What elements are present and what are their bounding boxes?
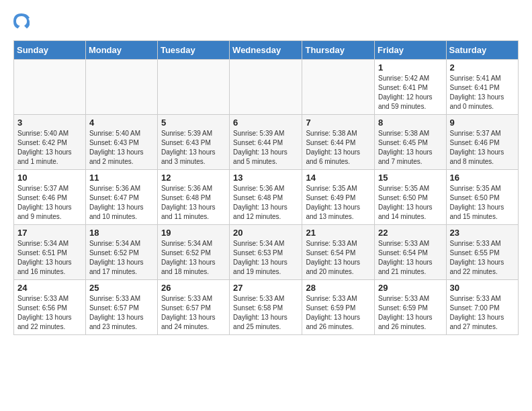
day-number: 18 — [89, 228, 154, 238]
calendar-cell — [157, 60, 229, 115]
day-info: Sunrise: 5:39 AM Sunset: 6:43 PM Dayligh… — [161, 129, 226, 167]
day-number: 9 — [450, 118, 515, 128]
week-row-1: 1Sunrise: 5:42 AM Sunset: 6:41 PM Daylig… — [14, 60, 519, 115]
day-info: Sunrise: 5:37 AM Sunset: 6:46 PM Dayligh… — [17, 184, 82, 222]
day-info: Sunrise: 5:33 AM Sunset: 6:59 PM Dayligh… — [378, 294, 443, 332]
calendar-cell: 4Sunrise: 5:40 AM Sunset: 6:43 PM Daylig… — [85, 115, 157, 170]
day-number: 14 — [306, 173, 371, 183]
calendar-body: 1Sunrise: 5:42 AM Sunset: 6:41 PM Daylig… — [14, 60, 519, 335]
calendar-cell: 26Sunrise: 5:33 AM Sunset: 6:57 PM Dayli… — [157, 280, 229, 335]
day-number: 24 — [17, 283, 82, 293]
weekday-header-saturday: Saturday — [446, 41, 518, 60]
calendar-cell: 17Sunrise: 5:34 AM Sunset: 6:51 PM Dayli… — [14, 225, 86, 280]
day-number: 2 — [450, 62, 515, 73]
calendar-cell — [230, 60, 302, 115]
calendar-cell: 15Sunrise: 5:35 AM Sunset: 6:50 PM Dayli… — [375, 170, 447, 225]
day-number: 20 — [233, 228, 298, 238]
day-number: 15 — [378, 173, 443, 183]
calendar-cell: 6Sunrise: 5:39 AM Sunset: 6:44 PM Daylig… — [230, 115, 302, 170]
day-number: 11 — [89, 173, 154, 183]
day-info: Sunrise: 5:36 AM Sunset: 6:48 PM Dayligh… — [233, 184, 298, 222]
logo-icon — [13, 13, 30, 30]
day-number: 21 — [306, 228, 371, 238]
day-number: 3 — [17, 118, 82, 128]
calendar-cell — [14, 60, 86, 115]
week-row-4: 17Sunrise: 5:34 AM Sunset: 6:51 PM Dayli… — [14, 225, 519, 280]
weekday-header-monday: Monday — [85, 41, 157, 60]
weekday-header-sunday: Sunday — [14, 41, 86, 60]
logo — [13, 13, 32, 30]
day-info: Sunrise: 5:38 AM Sunset: 6:45 PM Dayligh… — [378, 129, 443, 167]
day-number: 6 — [233, 118, 298, 128]
calendar-cell: 30Sunrise: 5:33 AM Sunset: 7:00 PM Dayli… — [446, 280, 518, 335]
calendar-cell — [302, 60, 375, 115]
calendar-cell: 7Sunrise: 5:38 AM Sunset: 6:44 PM Daylig… — [302, 115, 375, 170]
calendar-cell: 22Sunrise: 5:33 AM Sunset: 6:54 PM Dayli… — [375, 225, 447, 280]
weekday-header-friday: Friday — [375, 41, 447, 60]
calendar-cell: 27Sunrise: 5:33 AM Sunset: 6:58 PM Dayli… — [230, 280, 302, 335]
day-number: 22 — [378, 228, 443, 238]
calendar-cell: 8Sunrise: 5:38 AM Sunset: 6:45 PM Daylig… — [375, 115, 447, 170]
calendar-cell: 5Sunrise: 5:39 AM Sunset: 6:43 PM Daylig… — [157, 115, 229, 170]
calendar-cell: 23Sunrise: 5:33 AM Sunset: 6:55 PM Dayli… — [446, 225, 518, 280]
calendar-cell: 18Sunrise: 5:34 AM Sunset: 6:52 PM Dayli… — [85, 225, 157, 280]
calendar-cell: 28Sunrise: 5:33 AM Sunset: 6:59 PM Dayli… — [302, 280, 375, 335]
day-number: 23 — [450, 228, 515, 238]
calendar-cell: 1Sunrise: 5:42 AM Sunset: 6:41 PM Daylig… — [375, 60, 447, 115]
calendar-cell: 11Sunrise: 5:36 AM Sunset: 6:47 PM Dayli… — [85, 170, 157, 225]
day-info: Sunrise: 5:33 AM Sunset: 7:00 PM Dayligh… — [450, 294, 515, 332]
day-info: Sunrise: 5:36 AM Sunset: 6:47 PM Dayligh… — [89, 184, 154, 222]
day-info: Sunrise: 5:36 AM Sunset: 6:48 PM Dayligh… — [161, 184, 226, 222]
day-number: 12 — [161, 173, 226, 183]
day-info: Sunrise: 5:33 AM Sunset: 6:58 PM Dayligh… — [233, 294, 298, 332]
calendar-cell: 19Sunrise: 5:34 AM Sunset: 6:52 PM Dayli… — [157, 225, 229, 280]
day-info: Sunrise: 5:40 AM Sunset: 6:42 PM Dayligh… — [17, 129, 82, 167]
day-info: Sunrise: 5:35 AM Sunset: 6:49 PM Dayligh… — [306, 184, 371, 222]
day-info: Sunrise: 5:35 AM Sunset: 6:50 PM Dayligh… — [450, 184, 515, 222]
calendar-cell — [85, 60, 157, 115]
calendar-cell: 10Sunrise: 5:37 AM Sunset: 6:46 PM Dayli… — [14, 170, 86, 225]
day-number: 19 — [161, 228, 226, 238]
day-info: Sunrise: 5:34 AM Sunset: 6:51 PM Dayligh… — [17, 239, 82, 277]
day-number: 10 — [17, 173, 82, 183]
day-info: Sunrise: 5:35 AM Sunset: 6:50 PM Dayligh… — [378, 184, 443, 222]
day-number: 30 — [450, 283, 515, 293]
day-info: Sunrise: 5:33 AM Sunset: 6:54 PM Dayligh… — [306, 239, 371, 277]
calendar-cell: 14Sunrise: 5:35 AM Sunset: 6:49 PM Dayli… — [302, 170, 375, 225]
day-number: 8 — [378, 118, 443, 128]
day-number: 16 — [450, 173, 515, 183]
day-number: 28 — [306, 283, 371, 293]
day-number: 13 — [233, 173, 298, 183]
calendar-cell: 21Sunrise: 5:33 AM Sunset: 6:54 PM Dayli… — [302, 225, 375, 280]
day-info: Sunrise: 5:33 AM Sunset: 6:57 PM Dayligh… — [89, 294, 154, 332]
day-number: 1 — [378, 62, 443, 73]
day-number: 27 — [233, 283, 298, 293]
page-header — [13, 13, 519, 30]
day-info: Sunrise: 5:38 AM Sunset: 6:44 PM Dayligh… — [306, 129, 371, 167]
weekday-header-tuesday: Tuesday — [157, 41, 229, 60]
calendar-cell: 29Sunrise: 5:33 AM Sunset: 6:59 PM Dayli… — [375, 280, 447, 335]
calendar-cell: 24Sunrise: 5:33 AM Sunset: 6:56 PM Dayli… — [14, 280, 86, 335]
calendar-cell: 3Sunrise: 5:40 AM Sunset: 6:42 PM Daylig… — [14, 115, 86, 170]
calendar-table: SundayMondayTuesdayWednesdayThursdayFrid… — [13, 40, 519, 335]
day-number: 26 — [161, 283, 226, 293]
day-number: 17 — [17, 228, 82, 238]
day-info: Sunrise: 5:41 AM Sunset: 6:41 PM Dayligh… — [450, 74, 515, 111]
weekday-header-row: SundayMondayTuesdayWednesdayThursdayFrid… — [14, 41, 519, 60]
weekday-header-wednesday: Wednesday — [230, 41, 302, 60]
day-info: Sunrise: 5:33 AM Sunset: 6:54 PM Dayligh… — [378, 239, 443, 277]
day-info: Sunrise: 5:39 AM Sunset: 6:44 PM Dayligh… — [233, 129, 298, 167]
day-info: Sunrise: 5:33 AM Sunset: 6:57 PM Dayligh… — [161, 294, 226, 332]
day-info: Sunrise: 5:33 AM Sunset: 6:55 PM Dayligh… — [450, 239, 515, 277]
calendar-cell: 9Sunrise: 5:37 AM Sunset: 6:46 PM Daylig… — [446, 115, 518, 170]
calendar-cell: 25Sunrise: 5:33 AM Sunset: 6:57 PM Dayli… — [85, 280, 157, 335]
calendar-cell: 13Sunrise: 5:36 AM Sunset: 6:48 PM Dayli… — [230, 170, 302, 225]
day-number: 25 — [89, 283, 154, 293]
day-number: 4 — [89, 118, 154, 128]
day-info: Sunrise: 5:40 AM Sunset: 6:43 PM Dayligh… — [89, 129, 154, 167]
calendar-cell: 2Sunrise: 5:41 AM Sunset: 6:41 PM Daylig… — [446, 60, 518, 115]
day-info: Sunrise: 5:34 AM Sunset: 6:52 PM Dayligh… — [161, 239, 226, 277]
week-row-3: 10Sunrise: 5:37 AM Sunset: 6:46 PM Dayli… — [14, 170, 519, 225]
day-info: Sunrise: 5:34 AM Sunset: 6:52 PM Dayligh… — [89, 239, 154, 277]
day-info: Sunrise: 5:37 AM Sunset: 6:46 PM Dayligh… — [450, 129, 515, 167]
